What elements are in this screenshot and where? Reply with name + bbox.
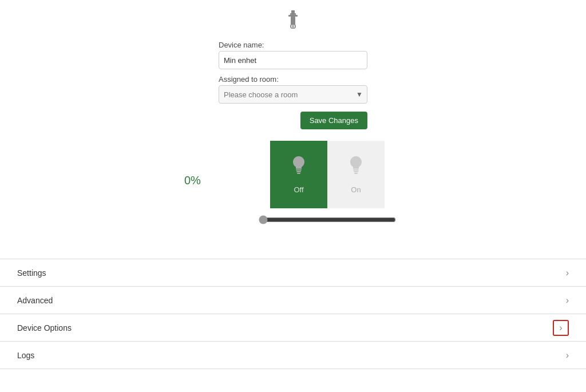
svg-rect-12 <box>354 173 358 174</box>
device-name-input[interactable] <box>219 51 367 69</box>
content-area: Device name: Assigned to room: Please ch… <box>0 41 586 224</box>
brightness-slider[interactable] <box>259 217 396 222</box>
accordion-item-advanced[interactable]: Advanced › <box>0 287 586 314</box>
svg-rect-3 <box>290 13 291 15</box>
room-field-group: Assigned to room: Please choose a room ▼ <box>219 75 367 104</box>
bulb-on-icon <box>348 155 364 181</box>
svg-rect-1 <box>288 15 298 17</box>
off-button[interactable]: Off <box>270 141 327 208</box>
logs-chevron-icon: › <box>566 350 569 361</box>
slider-container <box>259 214 396 224</box>
device-plug-icon <box>285 10 301 33</box>
svg-rect-11 <box>354 171 358 172</box>
device-name-field-group: Device name: <box>219 41 367 69</box>
save-button[interactable]: Save Changes <box>300 112 367 129</box>
accordion-item-logs[interactable]: Logs › <box>0 342 586 369</box>
toggle-slider-area: Off <box>259 136 396 224</box>
accordion-item-settings[interactable]: Settings › <box>0 259 586 287</box>
device-options-chevron-icon: › <box>559 323 562 333</box>
svg-rect-10 <box>353 169 359 171</box>
svg-rect-4 <box>295 13 296 15</box>
room-select-wrapper: Please choose a room ▼ <box>219 85 367 104</box>
svg-rect-9 <box>297 173 300 174</box>
settings-chevron-icon: › <box>566 268 569 278</box>
device-options-chevron-box: › <box>553 320 569 336</box>
room-select[interactable]: Please choose a room <box>219 85 367 104</box>
svg-rect-6 <box>292 25 294 28</box>
save-btn-row: Save Changes <box>219 112 367 129</box>
on-button[interactable]: On <box>327 141 385 208</box>
main-container: Device name: Assigned to room: Please ch… <box>0 0 586 392</box>
toggle-row: Off <box>259 141 396 208</box>
svg-rect-2 <box>291 17 295 25</box>
brightness-percentage: 0% <box>184 174 201 187</box>
off-label: Off <box>294 185 303 194</box>
advanced-chevron-icon: › <box>566 295 569 306</box>
form-section: Device name: Assigned to room: Please ch… <box>219 41 367 129</box>
device-name-label: Device name: <box>219 41 367 49</box>
on-label: On <box>351 185 361 194</box>
svg-rect-8 <box>296 171 301 172</box>
svg-rect-7 <box>296 169 302 171</box>
accordion-section: Settings › Advanced › Device Options › L… <box>0 259 586 369</box>
settings-label: Settings <box>17 268 46 278</box>
room-label: Assigned to room: <box>219 75 367 84</box>
device-options-label: Device Options <box>17 323 72 332</box>
top-section: Device name: Assigned to room: Please ch… <box>0 0 586 241</box>
advanced-label: Advanced <box>17 296 53 305</box>
bulb-off-icon <box>291 155 307 181</box>
svg-rect-0 <box>291 10 295 15</box>
logs-label: Logs <box>17 351 34 360</box>
control-area: 0% <box>184 136 402 224</box>
accordion-item-device-options[interactable]: Device Options › <box>0 314 586 342</box>
